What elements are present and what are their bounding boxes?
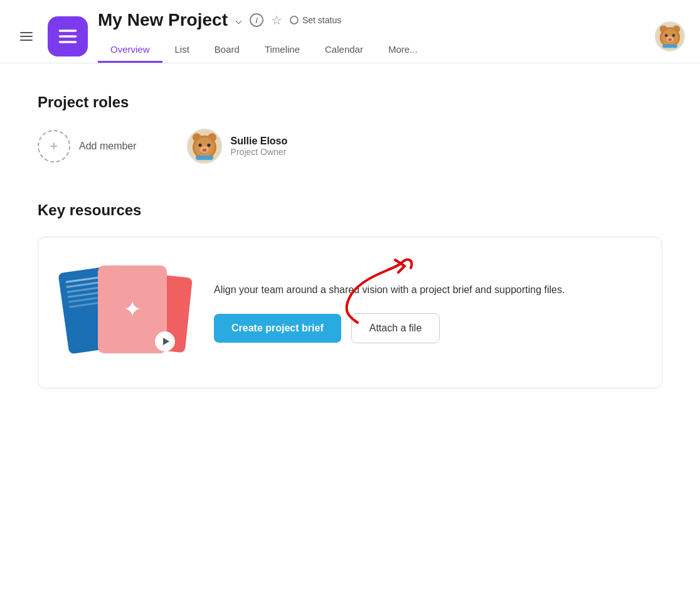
create-project-brief-button[interactable]: Create project brief <box>214 314 341 343</box>
user-avatar-container[interactable] <box>655 21 685 51</box>
member-info: Sullie Eloso Project Owner <box>231 136 288 157</box>
add-member-circle-icon: + <box>38 130 70 163</box>
project-title: My New Project <box>98 10 228 30</box>
svg-point-18 <box>207 144 210 147</box>
status-circle-icon <box>290 16 299 24</box>
svg-rect-12 <box>662 44 677 48</box>
avatar <box>655 21 685 51</box>
tab-more[interactable]: More... <box>376 38 430 63</box>
sparkle-icon: ✦ <box>123 296 142 323</box>
key-resources-card: ✦ Align your team around a shared vision… <box>38 237 662 388</box>
tab-calendar[interactable]: Calendar <box>312 38 376 63</box>
set-status-label: Set status <box>302 15 341 25</box>
nav-tabs: Overview List Board Timeline Calendar Mo… <box>98 38 645 63</box>
add-member-button[interactable]: + Add member <box>38 130 137 163</box>
key-resources-illustration: ✦ <box>63 262 189 363</box>
hamburger-menu-icon[interactable] <box>15 27 38 46</box>
svg-rect-2 <box>59 41 77 43</box>
header-title-area: My New Project ⌵ i ☆ Set status Overview… <box>98 10 645 63</box>
tab-overview[interactable]: Overview <box>98 38 162 63</box>
svg-point-7 <box>665 34 667 36</box>
tab-board[interactable]: Board <box>202 38 252 63</box>
member-card: Sullie Eloso Project Owner <box>187 129 288 164</box>
tab-list[interactable]: List <box>162 38 202 63</box>
resources-buttons: Create project brief Attach a file <box>214 313 637 343</box>
member-avatar <box>187 129 222 164</box>
project-roles-title: Project roles <box>38 94 662 111</box>
play-button-icon[interactable] <box>155 331 175 351</box>
info-icon[interactable]: i <box>250 13 263 27</box>
chevron-down-icon[interactable]: ⌵ <box>235 13 242 27</box>
svg-point-17 <box>198 144 201 147</box>
attach-file-button[interactable]: Attach a file <box>351 313 440 343</box>
svg-point-20 <box>202 148 206 151</box>
resources-content: Align your team around a shared vision w… <box>214 282 637 343</box>
member-role: Project Owner <box>231 147 288 157</box>
header-top-row: My New Project ⌵ i ☆ Set status <box>98 10 645 30</box>
main-content: Project roles + Add member <box>0 63 700 419</box>
star-icon[interactable]: ☆ <box>271 13 282 28</box>
app-logo <box>48 16 88 56</box>
svg-rect-11 <box>669 38 671 39</box>
attach-file-container: Attach a file <box>351 313 440 343</box>
header: My New Project ⌵ i ☆ Set status Overview… <box>0 0 700 63</box>
key-resources-title: Key resources <box>38 201 662 219</box>
set-status-button[interactable]: Set status <box>290 15 341 25</box>
project-roles-row: + Add member Sullie Eloso Pro <box>38 129 662 164</box>
svg-rect-1 <box>59 35 77 38</box>
resources-description: Align your team around a shared vision w… <box>214 282 637 298</box>
tab-timeline[interactable]: Timeline <box>252 38 312 63</box>
member-name: Sullie Eloso <box>231 136 288 147</box>
svg-rect-21 <box>196 156 213 160</box>
svg-rect-0 <box>59 29 77 32</box>
svg-point-8 <box>672 34 675 36</box>
add-member-label: Add member <box>79 141 137 152</box>
